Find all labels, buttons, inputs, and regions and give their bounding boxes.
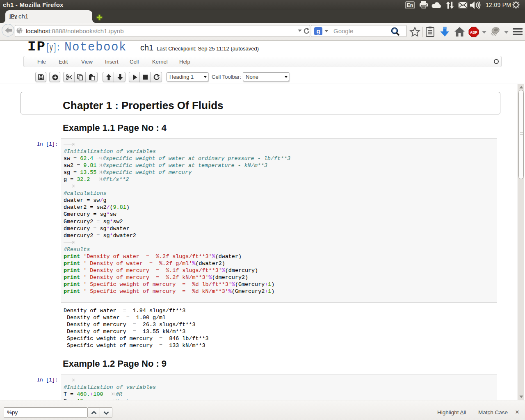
- svg-text:ABP: ABP: [470, 30, 477, 34]
